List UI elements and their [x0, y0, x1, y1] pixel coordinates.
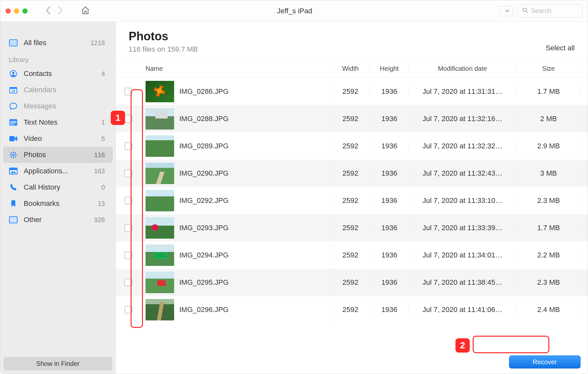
sidebar-item-applications[interactable]: Applications... 163 [0, 163, 115, 179]
calendar-icon: 29 [9, 86, 18, 94]
chevron-down-icon [505, 8, 509, 14]
table-row[interactable]: IMG_0288.JPG25921936Jul 7, 2020 at 11:32… [116, 105, 588, 132]
file-name: IMG_0288.JPG [179, 115, 229, 123]
cell-size: 2 MB [516, 115, 581, 123]
table-row[interactable]: IMG_0296.JPG25921936Jul 7, 2020 at 11:41… [116, 296, 588, 323]
svg-rect-18 [9, 136, 15, 141]
svg-rect-31 [10, 217, 17, 222]
col-name[interactable]: Name [141, 65, 331, 72]
cell-width: 2592 [331, 142, 370, 150]
show-in-finder-button[interactable]: Show in Finder [4, 357, 112, 370]
thumbnail [146, 272, 174, 293]
table-row[interactable]: IMG_0290.JPG25921936Jul 7, 2020 at 11:32… [116, 160, 588, 187]
cell-height: 1936 [370, 305, 409, 314]
col-size[interactable]: Size [516, 65, 581, 72]
applications-icon [9, 167, 18, 175]
cell-height: 1936 [370, 169, 409, 178]
recover-button[interactable]: Recover [509, 355, 581, 368]
sidebar-item-contacts[interactable]: Contacts 4 [0, 66, 115, 82]
search-input[interactable] [531, 7, 576, 15]
contacts-icon [9, 70, 18, 78]
forward-button[interactable] [57, 6, 63, 16]
cell-size: 2.2 MB [516, 251, 581, 259]
close-window-button[interactable] [6, 8, 11, 14]
file-name: IMG_0290.JPG [179, 169, 229, 178]
minimize-window-button[interactable] [14, 8, 19, 14]
table-row[interactable]: IMG_0295.JPG25921936Jul 7, 2020 at 11:38… [116, 269, 588, 296]
phone-icon [9, 183, 18, 191]
sidebar-item-calendars[interactable]: 29 Calendars [0, 82, 115, 98]
table-row[interactable]: IMG_0289.JPG25921936Jul 7, 2020 at 11:32… [116, 132, 588, 160]
sidebar-item-all-files[interactable]: All files 1218 [0, 35, 115, 51]
table-row[interactable]: IMG_0293.JPG25921936Jul 7, 2020 at 11:33… [116, 214, 588, 242]
content-header: Photos 116 files on 159.7 MB Select all [116, 22, 588, 60]
video-icon [9, 135, 18, 143]
sidebar-item-bookmarks[interactable]: Bookmarks 13 [0, 195, 115, 212]
content-footer: Recover [116, 350, 588, 374]
row-checkbox[interactable] [124, 197, 132, 205]
table-row[interactable]: IMG_0294.JPG25921936Jul 7, 2020 at 11:34… [116, 242, 588, 269]
cell-date: Jul 7, 2020 at 11:41:06… [409, 305, 516, 314]
sidebar-item-label: Other [24, 216, 42, 224]
row-checkbox[interactable] [124, 115, 132, 123]
cell-height: 1936 [370, 224, 409, 232]
col-date[interactable]: Modification date [409, 65, 516, 72]
row-checkbox[interactable] [124, 224, 132, 232]
app-window: Jeff_s iPad All files 1218 Library [0, 0, 588, 374]
file-name: IMG_0292.JPG [179, 196, 229, 205]
select-all-button[interactable]: Select all [546, 44, 575, 54]
cell-date: Jul 7, 2020 at 11:33:10… [409, 196, 516, 205]
sidebar-item-call-history[interactable]: Call History 0 [0, 179, 115, 195]
thumbnail [146, 217, 174, 239]
home-button[interactable] [81, 6, 90, 16]
search-field[interactable] [518, 4, 582, 18]
cell-size: 2.9 MB [516, 142, 581, 150]
table-row[interactable]: IMG_0286.JPG25921936Jul 7, 2020 at 11:31… [116, 78, 588, 105]
fullscreen-window-button[interactable] [22, 8, 28, 14]
cell-size: 2.3 MB [516, 196, 581, 205]
col-height[interactable]: Height [370, 65, 409, 72]
sidebar-item-text-notes[interactable]: Text Notes 1 [0, 114, 115, 131]
sidebar-item-count: 5 [101, 135, 107, 143]
cell-height: 1936 [370, 278, 409, 287]
svg-point-5 [523, 8, 527, 11]
title-bar: Jeff_s iPad [0, 0, 588, 22]
col-width[interactable]: Width [331, 65, 370, 72]
row-checkbox[interactable] [124, 169, 132, 177]
sidebar-item-count: 928 [94, 216, 107, 224]
sidebar-section-header: Library [0, 51, 115, 66]
sidebar: All files 1218 Library Contacts 4 29 Cal… [0, 22, 116, 374]
cell-date: Jul 7, 2020 at 11:33:39… [409, 224, 516, 232]
back-button[interactable] [45, 6, 51, 16]
sidebar-item-label: Applications... [24, 167, 68, 175]
sidebar-item-count: 1218 [91, 39, 107, 47]
svg-point-22 [10, 154, 12, 156]
cell-width: 2592 [331, 115, 370, 123]
row-checkbox[interactable] [124, 142, 132, 150]
cell-date: Jul 7, 2020 at 11:32:16… [409, 115, 516, 123]
search-icon [522, 7, 528, 15]
table-row[interactable]: IMG_0292.JPG25921936Jul 7, 2020 at 11:33… [116, 187, 588, 214]
sidebar-item-other[interactable]: Other 928 [0, 212, 115, 228]
all-files-icon [9, 39, 18, 47]
view-mode-dropdown[interactable] [499, 6, 513, 16]
thumbnail [146, 135, 174, 157]
page-title: Photos [129, 30, 546, 43]
table-header: Name Width Height Modification date Size [116, 60, 588, 78]
svg-point-21 [13, 157, 14, 158]
file-name: IMG_0295.JPG [179, 278, 229, 287]
svg-point-10 [12, 72, 15, 74]
cell-width: 2592 [331, 278, 370, 287]
bookmark-icon [9, 200, 18, 207]
row-checkbox[interactable] [124, 88, 132, 95]
cell-height: 1936 [370, 251, 409, 259]
sidebar-item-count: 0 [101, 184, 107, 191]
window-controls [6, 8, 28, 14]
row-checkbox[interactable] [124, 306, 132, 314]
row-checkbox[interactable] [124, 279, 132, 286]
sidebar-item-messages[interactable]: Messages [0, 98, 115, 114]
sidebar-item-photos[interactable]: Photos 116 [3, 147, 113, 163]
svg-rect-16 [10, 122, 17, 123]
row-checkbox[interactable] [124, 251, 132, 259]
sidebar-item-video[interactable]: Video 5 [0, 131, 115, 147]
